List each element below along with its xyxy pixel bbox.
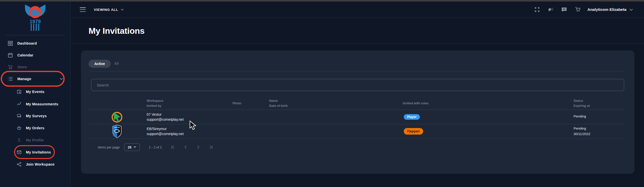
- caret-down-icon: [134, 146, 136, 148]
- sidebar-item-my-surveys[interactable]: My Surveys: [0, 111, 70, 121]
- row-status-group: Pending 30/11/2022: [574, 124, 590, 139]
- topbar: VIEWING ALL: [71, 2, 644, 18]
- search-box: [91, 79, 624, 91]
- row-expiring: 30/11/2022: [574, 131, 590, 137]
- fsf-logo: 1979: [20, 4, 51, 33]
- search-input[interactable]: [91, 79, 624, 91]
- hamburger-menu-icon[interactable]: [80, 7, 86, 12]
- col-invited-by: Invited by: [147, 103, 163, 108]
- sidebar-item-label: My Measurements: [26, 102, 58, 106]
- chevron-down-icon: [121, 9, 124, 11]
- row-workspace: EB/Streymur: [147, 126, 184, 131]
- role-badge[interactable]: Fjeppari: [404, 128, 423, 135]
- row-invited-by: support@cometplay.net: [147, 131, 184, 136]
- person-icon: [17, 138, 22, 143]
- items-per-page-label: Items per page: [98, 145, 120, 149]
- user-menu[interactable]: Analyticom Elizabeta: [587, 7, 633, 12]
- role-badge[interactable]: Player: [404, 114, 420, 120]
- sidebar-item-label: My Surveys: [26, 114, 47, 118]
- list-icon: [8, 76, 13, 82]
- chat-icon[interactable]: [561, 7, 567, 13]
- sidebar-item-label: My Invitations: [26, 150, 51, 154]
- sidebar-item-manage[interactable]: Manage: [0, 74, 70, 84]
- col-roles: Invited with roles: [403, 101, 428, 106]
- announcement-icon[interactable]: [548, 7, 554, 13]
- row-divider: [89, 139, 624, 139]
- sidebar-item-my-invitations[interactable]: My Invitations: [0, 147, 70, 157]
- sidebar-item-label: Dashboard: [17, 41, 37, 45]
- sidebar-item-label: My Profile: [26, 138, 44, 142]
- next-page-button[interactable]: [195, 144, 202, 150]
- sidebar-item-label: Join Workspace: [26, 162, 55, 166]
- sidebar-item-dashboard[interactable]: Dashboard: [0, 38, 70, 48]
- row-workspace: 07 Vestur: [147, 112, 184, 117]
- chat-bubbles-icon: [17, 113, 22, 118]
- user-name: Analyticom Elizabeta: [587, 7, 626, 12]
- sidebar-divider: [6, 35, 64, 35]
- sidebar-item-store: Store: [0, 62, 70, 72]
- topbar-icons: [534, 7, 581, 13]
- calendar-icon: [8, 52, 13, 58]
- 07-vestur-club-logo: [111, 110, 123, 124]
- tabs-divider: [89, 71, 624, 71]
- tab-all[interactable]: All: [114, 61, 119, 66]
- eb-streymur-club-logo: [111, 124, 123, 138]
- cart-icon: [8, 64, 13, 70]
- basket-icon: [17, 126, 22, 131]
- page-size-select[interactable]: 25: [124, 143, 140, 151]
- sidebar-item-label: My Events: [26, 90, 45, 94]
- title-band: My Invitations: [71, 18, 644, 43]
- sidebar-item-join-workspace[interactable]: Join Workspace: [0, 159, 70, 169]
- row-status: Pending: [574, 114, 586, 118]
- invitations-card: Active All Workspace Invited by Photo Na…: [81, 50, 634, 174]
- share-icon: [17, 162, 22, 167]
- page-range-label: 1 - 2 of 2: [149, 145, 162, 149]
- sidebar-item-label: Manage: [17, 77, 31, 81]
- sidebar-item-label: My Orders: [26, 126, 45, 130]
- envelope-icon: [17, 150, 22, 155]
- sidebar-item-label: Store: [17, 65, 27, 69]
- sidebar-item-my-orders[interactable]: My Orders: [0, 123, 70, 133]
- sidebar-item-my-profile: My Profile: [0, 135, 70, 145]
- col-expiring: Expiring at: [574, 103, 590, 108]
- col-name: Name: [269, 98, 288, 103]
- col-workspace: Workspace: [147, 98, 163, 103]
- table-row[interactable]: 07 Vestur support@cometplay.net Player P…: [89, 110, 624, 124]
- col-status: Status: [574, 98, 590, 103]
- page-title: My Invitations: [89, 26, 145, 36]
- cart-icon[interactable]: [575, 7, 581, 13]
- viewing-all-label: VIEWING ALL: [94, 8, 118, 12]
- table-row[interactable]: EB/Streymur support@cometplay.net Fjeppa…: [89, 124, 624, 139]
- last-page-button[interactable]: [208, 144, 214, 150]
- table-header: Workspace Invited by Photo Name Date of …: [89, 98, 624, 110]
- first-page-button[interactable]: [170, 144, 176, 150]
- col-photo: Photo: [227, 101, 247, 106]
- paginator: Items per page 25 1 - 2 of 2: [98, 142, 214, 152]
- sidebar-item-my-measurements[interactable]: My Measurements: [0, 99, 70, 109]
- row-status: Pending: [574, 126, 590, 131]
- sidebar: 1979 Dashboard Calendar: [0, 2, 71, 187]
- grid-icon: [8, 41, 13, 46]
- logo-year: 1979: [30, 19, 41, 24]
- page-size-value: 25: [128, 145, 131, 149]
- sidebar-item-my-events[interactable]: My Events: [0, 87, 70, 97]
- tab-active[interactable]: Active: [89, 60, 111, 68]
- chevron-down-icon: [60, 78, 63, 80]
- row-invited-by: support@cometplay.net: [147, 117, 184, 122]
- chart-sparkle-icon: [17, 102, 22, 107]
- fullscreen-icon[interactable]: [534, 7, 540, 13]
- sidebar-item-label: Calendar: [17, 53, 33, 57]
- previous-page-button[interactable]: [182, 144, 189, 150]
- calendar-event-icon: [17, 89, 22, 94]
- paginator-nav: [170, 144, 214, 150]
- chevron-down-icon: [629, 9, 633, 11]
- viewing-all-dropdown[interactable]: VIEWING ALL: [94, 8, 124, 12]
- col-dob: Date of birth: [269, 103, 288, 108]
- sidebar-item-calendar[interactable]: Calendar: [0, 50, 70, 60]
